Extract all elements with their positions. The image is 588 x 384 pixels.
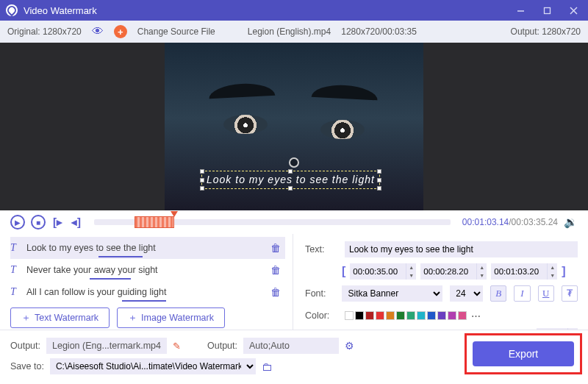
source-filename: Legion (English).mp4 <box>248 26 331 37</box>
time-dur-input[interactable] <box>420 263 476 280</box>
spin-up[interactable]: ▲ <box>476 263 487 271</box>
underline-button[interactable]: U <box>538 285 554 302</box>
watermark-list: TLook to my eyes to see the light🗑 TNeve… <box>0 234 293 330</box>
color-swatch[interactable] <box>396 311 405 320</box>
italic-button[interactable]: I <box>514 285 530 302</box>
original-dims: Original: 1280x720 <box>7 26 82 37</box>
timecode: 00:01:03.14/00:03:35.24 <box>462 217 558 227</box>
playback-controls: ▶ ■ [▸ ◂] 00:01:03.14/00:03:35.24 🔉 <box>0 210 588 234</box>
output-preset-value: Auto;Auto <box>243 338 339 354</box>
watermark-item-label: Look to my eyes to see the light <box>26 243 265 253</box>
text-type-icon: T <box>10 286 21 298</box>
color-swatches: ⋯ <box>345 310 481 321</box>
spin-down[interactable]: ▼ <box>406 271 416 280</box>
color-swatch[interactable] <box>427 311 436 320</box>
edit-output-icon[interactable]: ✎ <box>173 341 181 352</box>
color-swatch[interactable] <box>437 311 446 320</box>
text-label: Text: <box>305 244 337 255</box>
output-dims: Output: 1280x720 <box>511 26 581 37</box>
font-label: Font: <box>305 288 334 299</box>
video-preview[interactable]: Look to my eyes to see the light <box>0 43 588 210</box>
color-swatch[interactable] <box>345 311 354 320</box>
output-preset-label: Output: <box>207 341 237 351</box>
add-source-icon[interactable]: + <box>114 25 127 38</box>
rotate-handle-icon[interactable] <box>289 157 299 168</box>
spin-up[interactable]: ▲ <box>406 263 416 271</box>
source-dims-duration: 1280x720/00:03:35 <box>341 26 417 37</box>
open-folder-icon[interactable]: 🗀 <box>262 360 273 373</box>
output-file-label: Output: <box>10 341 40 351</box>
watermark-item-label: Never take your away your sight <box>26 265 265 275</box>
change-source-button[interactable]: Change Source File <box>137 26 215 37</box>
watermark-item[interactable]: TLook to my eyes to see the light🗑 <box>10 237 285 259</box>
color-swatch[interactable] <box>417 311 426 320</box>
infobar: Original: 1280x720 👁 + Change Source Fil… <box>0 21 588 43</box>
text-type-icon: T <box>10 242 21 254</box>
properties-panel: Text: [ ▲▼ ▲▼ ▲▼ ] Font: Sitka Banner 24… <box>293 234 588 330</box>
color-swatch[interactable] <box>376 311 384 320</box>
volume-icon[interactable]: 🔉 <box>564 216 578 229</box>
font-select[interactable]: Sitka Banner <box>342 285 442 302</box>
spin-up[interactable]: ▲ <box>547 263 557 271</box>
color-swatch[interactable] <box>386 311 395 320</box>
watermark-item[interactable]: TNever take your away your sight🗑 <box>10 259 285 281</box>
time-start-input[interactable] <box>350 263 406 280</box>
app-logo-icon <box>6 4 18 16</box>
saveto-select[interactable]: C:\Aiseesoft Studio\Ai...timate\Video Wa… <box>50 358 256 374</box>
color-label: Color: <box>305 310 337 321</box>
text-input[interactable] <box>345 241 578 257</box>
settings-icon[interactable]: ⚙ <box>345 340 354 352</box>
more-colors-icon[interactable]: ⋯ <box>471 310 481 321</box>
color-swatch[interactable] <box>458 311 467 320</box>
spin-down[interactable]: ▼ <box>476 271 487 280</box>
add-text-watermark-button[interactable]: ＋Text Watermark <box>10 307 110 328</box>
close-button[interactable] <box>564 3 582 18</box>
color-swatch[interactable] <box>355 311 364 320</box>
watermark-item-label: All I can follow is your guiding light <box>26 287 265 297</box>
preview-toggle-icon[interactable]: 👁 <box>92 25 104 38</box>
bottom-bar: Output: Legion (Eng...termark.mp4 ✎ Outp… <box>0 330 588 384</box>
bracket-in-icon[interactable]: [ <box>342 265 345 278</box>
playhead-icon[interactable] <box>171 211 178 217</box>
watermark-overlay[interactable]: Look to my eyes to see the light <box>201 171 380 189</box>
timeline-selection[interactable] <box>135 216 174 228</box>
mark-in-button[interactable]: [▸ <box>51 216 64 229</box>
maximize-button[interactable] <box>538 3 556 18</box>
stop-button[interactable]: ■ <box>31 215 46 230</box>
delete-icon[interactable]: 🗑 <box>270 264 281 276</box>
play-button[interactable]: ▶ <box>10 215 25 230</box>
spin-down[interactable]: ▼ <box>547 271 557 280</box>
app-title: Video Watermark <box>24 5 97 16</box>
font-size-select[interactable]: 24 <box>450 285 483 302</box>
color-swatch[interactable] <box>448 311 456 320</box>
titlebar: Video Watermark <box>0 0 588 21</box>
watermark-overlay-text: Look to my eyes to see the light <box>207 174 375 185</box>
minimize-button[interactable] <box>512 3 529 18</box>
bold-button[interactable]: B <box>490 285 506 302</box>
output-file-value: Legion (Eng...termark.mp4 <box>46 338 167 354</box>
export-button[interactable]: Export <box>473 341 574 366</box>
svg-rect-1 <box>544 7 550 13</box>
saveto-label: Save to: <box>10 361 44 371</box>
timeline-slider[interactable] <box>94 219 451 225</box>
add-image-watermark-button[interactable]: ＋Image Watermark <box>117 307 225 328</box>
strike-button[interactable]: ₮ <box>562 285 578 302</box>
bracket-out-icon[interactable]: ] <box>562 265 565 278</box>
time-end-input[interactable] <box>491 263 547 280</box>
mark-out-button[interactable]: ◂] <box>70 216 82 229</box>
export-highlight: Export <box>465 333 582 374</box>
color-swatch[interactable] <box>365 311 374 320</box>
delete-icon[interactable]: 🗑 <box>270 242 281 254</box>
color-swatch[interactable] <box>406 311 415 320</box>
delete-icon[interactable]: 🗑 <box>270 286 281 298</box>
text-type-icon: T <box>10 264 21 276</box>
